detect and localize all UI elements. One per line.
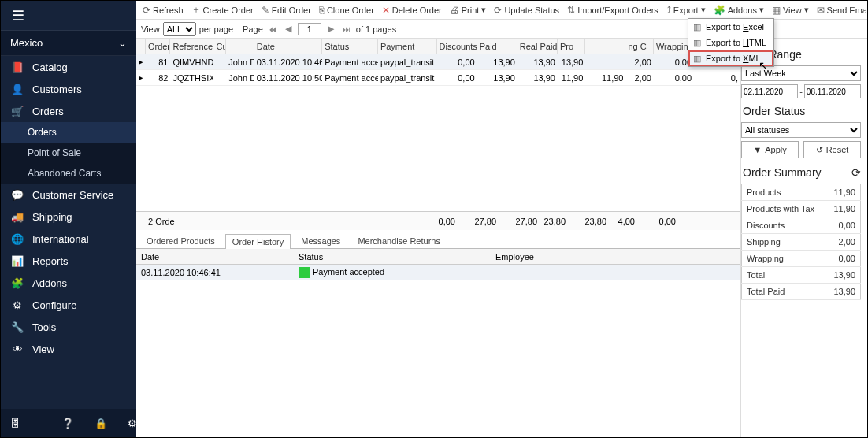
refresh-summary-icon[interactable]: ⟳	[851, 166, 861, 179]
summary-row: Products11,90	[742, 184, 861, 201]
grid-footer: 2 Orde 0,00 27,80 27,80 23,80 23,80 4,00…	[136, 211, 740, 230]
col-realpaid[interactable]: Real Paid	[517, 39, 558, 54]
detail-col-status[interactable]: Status	[294, 249, 491, 264]
col-status[interactable]: Status	[322, 39, 378, 54]
international-icon: 🌐	[10, 233, 24, 245]
sidebar-item-shipping[interactable]: 🚚Shipping	[1, 206, 136, 228]
detail-tab-order-history[interactable]: Order History	[225, 234, 291, 249]
sidebar-item-tools[interactable]: 🔧Tools	[1, 316, 136, 338]
reports-icon: 📊	[10, 255, 24, 267]
edit-order-button[interactable]: ✎Edit Order	[258, 3, 314, 17]
orderstatus-title: Order Status	[743, 105, 861, 117]
customer service-icon: 💬	[10, 189, 24, 201]
sidebar-item-customer-service[interactable]: 💬Customer Service	[1, 184, 136, 206]
col-discounts[interactable]: Discounts	[437, 39, 477, 54]
col-id[interactable]: Order I	[146, 39, 171, 54]
detail-col-date[interactable]: Date	[136, 249, 294, 264]
region-select[interactable]: Mexico ⌄	[1, 31, 136, 56]
archive-icon[interactable]: 🗄	[10, 418, 20, 429]
copy-icon: ⎘	[319, 5, 325, 16]
sidebar-item-international[interactable]: 🌐International	[1, 228, 136, 250]
col-customer[interactable]: Cu	[213, 39, 226, 54]
col-products[interactable]: Pro	[558, 39, 585, 54]
addons-button[interactable]: 🧩Addons▾	[710, 3, 767, 17]
detail-header: Date Status Employee	[136, 249, 740, 265]
view-icon: ▦	[772, 5, 781, 16]
sidebar-sub-orders[interactable]: Orders	[1, 122, 136, 143]
customers-icon: 👤	[10, 84, 24, 95]
sidebar-item-orders[interactable]: 🛒Orders	[1, 100, 136, 122]
swap-icon: ⇅	[567, 5, 575, 16]
refresh-icon: ⟳	[143, 5, 150, 16]
daterange-preset-select[interactable]: Last Week	[741, 65, 861, 81]
summary-row: Total Paid13,90	[742, 284, 861, 300]
export-excel-item[interactable]: ▥Export to Excel	[688, 19, 773, 35]
delete-order-button[interactable]: ✕Delete Order	[379, 3, 445, 17]
refresh-icon: ⟳	[494, 5, 502, 16]
reset-icon: ↺	[816, 145, 823, 155]
help-icon[interactable]: ❔	[61, 418, 74, 429]
orderstatus-select[interactable]: All statuses	[741, 122, 861, 138]
col-payment[interactable]: Payment	[378, 39, 437, 54]
summary-row: Wrapping0,00	[742, 251, 861, 267]
summary-row: Products with Tax11,90	[742, 201, 861, 217]
reset-button[interactable]: ↺Reset	[803, 141, 861, 158]
sidebar-item-addons[interactable]: 🧩Addons	[1, 272, 136, 294]
sidebar-item-configure[interactable]: ⚙Configure	[1, 294, 136, 316]
catalog-icon: 📕	[10, 61, 24, 73]
grid-body: ▸81QIMVHNDKJohn D03.11.2020 10:46:4Payme…	[136, 54, 740, 211]
summary-row: Discounts0,00	[742, 217, 861, 234]
export-xml-item[interactable]: ▥Export to XML	[688, 50, 773, 66]
page-input[interactable]	[298, 23, 321, 35]
sidebar: ☰ Mexico ⌄ 📕Catalog👤Customers🛒OrdersOrde…	[1, 1, 136, 437]
sidebar-footer: 🗄 ❔ 🔒 ⚙	[1, 409, 136, 437]
grid-area: Order I Reference Cu Date Status Payment…	[136, 39, 741, 437]
xml-icon: ▥	[693, 54, 701, 64]
export-html-item[interactable]: ▥Export to HTML	[688, 35, 773, 50]
sidebar-item-view[interactable]: 👁View	[1, 338, 136, 360]
send-email-button[interactable]: ✉Send Email	[814, 3, 867, 17]
refresh-button[interactable]: ⟳Refresh	[139, 3, 187, 17]
delete-icon: ✕	[382, 5, 390, 16]
detail-tab-merchandise-returns[interactable]: Merchandise Returns	[351, 233, 447, 248]
summary-table: Products11,90Products with Tax11,90Disco…	[741, 184, 861, 300]
table-row[interactable]: ▸81QIMVHNDKJohn D03.11.2020 10:46:4Payme…	[136, 54, 740, 70]
clone-order-button[interactable]: ⎘Clone Order	[316, 3, 377, 17]
lock-icon[interactable]: 🔒	[95, 418, 107, 429]
nav: 📕Catalog👤Customers🛒OrdersOrdersPoint of …	[1, 56, 136, 409]
detail-tab-ordered-products[interactable]: Ordered Products	[139, 233, 222, 248]
sidebar-sub-point-of-sale[interactable]: Point of Sale	[1, 143, 136, 163]
hamburger-icon[interactable]: ☰	[1, 1, 136, 31]
detail-col-employee[interactable]: Employee	[491, 249, 740, 264]
sidebar-sub-abandoned-carts[interactable]: Abandoned Carts	[1, 163, 136, 184]
table-row[interactable]: ▸82JQZTHSIXJohn D03.11.2020 10:50:3Payme…	[136, 70, 740, 86]
prev-page-button[interactable]: ◀	[282, 24, 295, 34]
update-status-button[interactable]: ⟳Update Status	[491, 3, 562, 17]
col-reference[interactable]: Reference	[170, 39, 213, 54]
sidebar-item-catalog[interactable]: 📕Catalog	[1, 56, 136, 78]
detail-row[interactable]: 03.11.2020 10:46:41Payment accepted	[136, 265, 740, 280]
date-to-input[interactable]	[804, 84, 861, 98]
col-paid[interactable]: Paid	[477, 39, 517, 54]
print-button[interactable]: 🖨Print▾	[447, 3, 490, 17]
next-page-button[interactable]: ▶	[325, 24, 337, 34]
excel-icon: ▥	[693, 22, 701, 32]
pagesize-select[interactable]: ALL	[163, 22, 196, 36]
view-button[interactable]: ▦View▾	[769, 3, 812, 17]
col-date[interactable]: Date	[254, 39, 322, 54]
perpage-label: per page	[199, 24, 233, 34]
col-shipping[interactable]: ng C	[625, 39, 653, 54]
sidebar-item-customers[interactable]: 👤Customers	[1, 78, 136, 100]
first-page-button[interactable]: ⏮	[266, 24, 279, 34]
detail-tab-messages[interactable]: Messages	[294, 233, 347, 248]
footer-count: 2 Orde	[146, 217, 357, 226]
export-button[interactable]: ⤴Export▾	[663, 3, 709, 17]
sidebar-item-reports[interactable]: 📊Reports	[1, 250, 136, 272]
create-order-button[interactable]: ＋Create Order	[188, 2, 257, 18]
detail-body: 03.11.2020 10:46:41Payment accepted	[136, 265, 740, 280]
apply-button[interactable]: ▼Apply	[741, 141, 799, 158]
html-icon: ▥	[693, 38, 701, 48]
last-page-button[interactable]: ⏭	[340, 24, 353, 34]
date-from-input[interactable]	[741, 84, 798, 98]
import-export-button[interactable]: ⇅Import/Export Orders	[564, 3, 662, 17]
